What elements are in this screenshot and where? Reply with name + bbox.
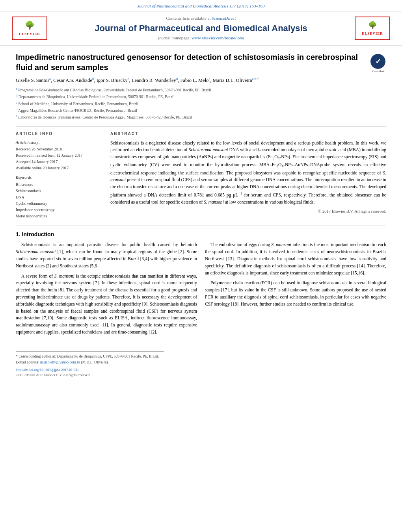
affiliation-e: e Laboratório de Doenças Transmissíveis,…: [16, 114, 386, 120]
affiliations: a Programa de Pós-Graduação em Ciências …: [16, 87, 386, 120]
keywords-list: Biosensors Schistosomiasis DNA Cyclic vo…: [16, 182, 102, 219]
elsevier-logo-right: 🌳 ELSEVIER: [355, 17, 390, 40]
section-divider: [16, 226, 386, 226]
homepage-label: journal homepage:: [158, 35, 190, 40]
revised-date: Received in revised form 12 January 2017: [16, 153, 102, 158]
received-date: Received 26 November 2016: [16, 146, 102, 152]
intro-left-col: Schistosomiasis is an important parasiti…: [16, 241, 197, 339]
crossmark-label: CrossMark: [370, 70, 386, 74]
corresponding-note: * Corresponding author at: Departamento …: [16, 354, 386, 359]
accepted-date: Accepted 14 January 2017: [16, 159, 102, 165]
abstract-text: Schistosomiasis is a neglected disease c…: [110, 140, 386, 206]
section-number: 1.: [16, 231, 20, 237]
abstract-col: ABSTRACT Schistosomiasis is a neglected …: [110, 131, 386, 219]
article-title: Impedimetric nanostructured genosensor f…: [16, 52, 367, 72]
introduction-section: 1. Introduction Schistosomiasis is an im…: [16, 231, 386, 339]
affiliation-c: c School of Medicine, University of Pern…: [16, 100, 386, 107]
elsevier-tree-icon-right: 🌳: [368, 20, 377, 30]
section-title-text: Introduction: [22, 231, 54, 237]
page-wrapper: Journal of Pharmaceutical and Biomedical…: [0, 0, 402, 532]
affiliation-b: b Departamento de Bioquímica, Universida…: [16, 93, 386, 100]
keywords-section: Keywords: Biosensors Schistosomiasis DNA…: [16, 175, 102, 219]
elsevier-logo-left: 🌳 ELSEVIER: [12, 17, 47, 40]
introduction-body: Schistosomiasis is an important parasiti…: [16, 241, 386, 339]
sciencedirect-link: ScienceDirect: [212, 16, 236, 20]
journal-title: Journal of Pharmaceutical and Biomedical…: [51, 23, 351, 33]
article-info-col: ARTICLE INFO Article history: Received 2…: [16, 131, 102, 219]
elsevier-wordmark-right: ELSEVIER: [362, 31, 383, 36]
doi-link[interactable]: http://dx.doi.org/10.1016/j.jpba.2017.01…: [16, 367, 386, 373]
journal-homepage: journal homepage: www.elsevier.com/locat…: [51, 35, 351, 41]
article-title-container: Impedimetric nanostructured genosensor f…: [16, 52, 367, 72]
abstract-body: Schistosomiasis is a neglected disease c…: [110, 140, 386, 206]
authors-line: Giselle S. Santosa, Cesar A.S. Andradeb,…: [16, 76, 386, 84]
issn-line: 0731-7085/© 2017 Elsevier B.V. All right…: [16, 373, 386, 378]
affiliation-a: a Programa de Pós-Graduação em Ciências …: [16, 87, 386, 93]
available-date: Available online 20 January 2017: [16, 165, 102, 171]
abstract-copyright: © 2017 Elsevier B.V. All rights reserved…: [110, 209, 386, 215]
email-link[interactable]: m.danielly@yahoo.com.br: [40, 360, 80, 364]
intro-para-2: The embolization of eggs during S. manso…: [205, 241, 386, 308]
article-info-abstract-section: ARTICLE INFO Article history: Received 2…: [16, 126, 386, 219]
crossmark-icon: ✓: [370, 54, 385, 69]
elsevier-wordmark: ELSEVIER: [19, 32, 40, 37]
kw-nanoparticles: Metal nanoparticles: [16, 214, 47, 218]
kw-dna: DNA: [16, 195, 24, 199]
crossmark-badge: ✓ CrossMark: [370, 54, 386, 70]
intro-right-col: The embolization of eggs during S. manso…: [205, 241, 386, 339]
kw-eis: Impedance spectroscopy: [16, 208, 55, 212]
abstract-header: ABSTRACT: [110, 131, 386, 137]
email-note: E-mail address: m.danielly@yahoo.com.br …: [16, 360, 386, 365]
keywords-title: Keywords:: [16, 175, 102, 180]
article-history: Article history: Received 26 November 20…: [16, 140, 102, 171]
journal-title-center: Contents lists available at ScienceDirec…: [51, 15, 351, 41]
page-footer: * Corresponding author at: Departamento …: [0, 347, 402, 382]
journal-volume-notice: Journal of Pharmaceutical and Biomedical…: [137, 4, 264, 8]
article-title-section: Impedimetric nanostructured genosensor f…: [16, 52, 386, 72]
article-info-header: ARTICLE INFO: [16, 131, 102, 137]
footer-divider: [16, 351, 164, 352]
sciencedirect-label: Contents lists available at: [166, 16, 211, 20]
main-content: Impedimetric nanostructured genosensor f…: [0, 46, 402, 347]
email-suffix: (M.D.L. Oliveira).: [81, 360, 108, 364]
affiliation-d: d Aggeu Magalhães Research Center/FIOCRU…: [16, 107, 386, 113]
kw-cv: Cyclic voltammetry: [16, 201, 47, 206]
top-notice-bar: Journal of Pharmaceutical and Biomedical…: [0, 0, 402, 11]
elsevier-logo-box-right: 🌳 ELSEVIER: [355, 17, 390, 40]
journal-header: 🌳 ELSEVIER Contents lists available at S…: [0, 11, 402, 46]
kw-biosensors: Biosensors: [16, 182, 33, 187]
email-label: E-mail address:: [16, 360, 39, 364]
history-title: Article history:: [16, 140, 102, 145]
elsevier-tree-icon: 🌳: [25, 20, 35, 31]
corresponding-label: * Corresponding author at: Departamento …: [16, 354, 159, 358]
kw-schistosomiasis: Schistosomiasis: [16, 189, 41, 193]
elsevier-logo-box-left: 🌳 ELSEVIER: [12, 17, 47, 40]
intro-para-1: Schistosomiasis is an important parasiti…: [16, 241, 197, 336]
homepage-url: www.elsevier.com/locate/jpba: [192, 35, 244, 40]
sciencedirect-notice: Contents lists available at ScienceDirec…: [51, 15, 351, 21]
introduction-title: 1. Introduction: [16, 231, 386, 239]
